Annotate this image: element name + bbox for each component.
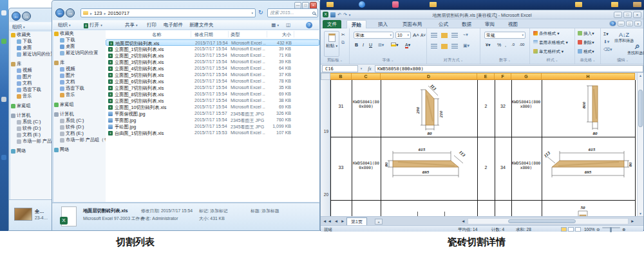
cut-icon[interactable]: ✂ bbox=[341, 32, 345, 37]
column-header-D[interactable]: D bbox=[381, 73, 477, 80]
spreadsheet-grid[interactable]: 19 20 31 KWD58041(800x800) bbox=[321, 80, 638, 216]
fx-icon[interactable]: fx bbox=[365, 66, 375, 72]
address-bar[interactable]: ▸ 123 ▸ 20150717 ▾ bbox=[80, 8, 256, 17]
scroll-up-icon[interactable]: ▲ bbox=[638, 74, 643, 77]
refresh-button[interactable]: ↻ bbox=[258, 9, 263, 15]
close-button[interactable]: × bbox=[633, 12, 641, 18]
column-divider[interactable] bbox=[228, 31, 229, 37]
forward-button[interactable]: → bbox=[66, 8, 75, 17]
sidebar-item[interactable]: 文档 bbox=[10, 80, 55, 86]
column-header-F[interactable]: F bbox=[495, 73, 511, 80]
cell-tile-code[interactable]: KWD58041(800x800) bbox=[511, 99, 541, 108]
sidebar-item[interactable]: 计算机 bbox=[53, 111, 106, 117]
doc-minimize-button[interactable]: — bbox=[618, 21, 625, 26]
fill-color-button[interactable]: ▾ bbox=[391, 43, 399, 48]
sidebar-item[interactable]: 系统 (C:) bbox=[10, 119, 55, 125]
sidebar-item[interactable]: 收藏夹 bbox=[53, 30, 106, 37]
paste-button[interactable]: 粘贴 ▾ bbox=[324, 31, 339, 57]
vertical-scrollbar[interactable]: ▲ ▼ bbox=[637, 73, 643, 216]
desktop-folder-icon[interactable] bbox=[633, 2, 641, 7]
sidebar-item[interactable]: 网络 bbox=[53, 146, 106, 153]
column-header-G[interactable]: G bbox=[511, 73, 542, 80]
file-row[interactable]: 立面图_10切割砖列表.xls 2015/7/17 15:54 Microsof… bbox=[106, 104, 319, 110]
desktop-icon[interactable] bbox=[1, 39, 6, 44]
borders-button[interactable]: ⊞▾ bbox=[378, 43, 384, 48]
conditional-formatting-button[interactable]: 条件格式 ▾ bbox=[533, 31, 560, 37]
sidebar-item[interactable]: 图片 bbox=[53, 72, 106, 79]
cell-qty[interactable]: 2 bbox=[477, 165, 495, 170]
horizontal-scrollbar[interactable] bbox=[468, 218, 629, 225]
search-icon[interactable] bbox=[312, 12, 316, 15]
organize-button[interactable]: 组织 ▾ bbox=[12, 24, 25, 30]
delete-cells-button[interactable]: 删除▾ bbox=[578, 40, 594, 46]
align-middle-icon[interactable] bbox=[441, 33, 449, 39]
scrollbar-thumb[interactable] bbox=[638, 90, 643, 127]
sidebar-item[interactable]: 下载 bbox=[10, 38, 55, 45]
align-bottom-icon[interactable] bbox=[451, 33, 459, 39]
sidebar-item[interactable]: 音乐 bbox=[53, 92, 106, 98]
formula-input[interactable]: KWB58058(800x800) bbox=[375, 65, 643, 72]
details-tags[interactable]: 标记: 添加标记 bbox=[199, 208, 228, 214]
sidebar-item[interactable]: 家庭组 bbox=[53, 101, 106, 108]
file-row[interactable]: 立面图_3切割砖列表.xls 2015/7/17 15:54 Microsoft… bbox=[106, 59, 319, 65]
sidebar-item[interactable]: 市场一部 产品组（专用） bbox=[10, 138, 55, 145]
desktop-icon[interactable] bbox=[1, 155, 6, 160]
column-header-type[interactable]: 类型 bbox=[231, 32, 240, 38]
tab-data[interactable]: 数据 bbox=[457, 20, 476, 28]
browser-icon[interactable] bbox=[359, 1, 365, 8]
print-button[interactable]: 打印 bbox=[147, 22, 156, 28]
file-row[interactable]: 立面图_7切割砖列表.xls 2015/7/17 15:54 Microsoft… bbox=[106, 85, 319, 91]
tab-view[interactable]: 视图 bbox=[504, 20, 522, 28]
sidebar-item[interactable]: 文档 (E:) bbox=[53, 130, 106, 137]
cell-qty[interactable]: 2 bbox=[477, 104, 495, 108]
italic-button[interactable]: I bbox=[363, 43, 364, 47]
column-header-B[interactable]: B bbox=[330, 73, 352, 80]
cell-tile-code[interactable]: KWD58041(800x800) bbox=[353, 161, 379, 170]
column-header-E[interactable]: E bbox=[477, 73, 495, 80]
insert-cells-button[interactable]: 插入▾ bbox=[578, 31, 594, 37]
cell-no[interactable]: 31 bbox=[330, 104, 352, 108]
clear-button[interactable]: ⌫▾ bbox=[603, 47, 612, 52]
preview-pane-button[interactable]: ◫ bbox=[286, 22, 290, 28]
cell-no[interactable]: 32 bbox=[495, 104, 511, 108]
sidebar-item[interactable]: 库 bbox=[10, 61, 55, 67]
align-right-icon[interactable] bbox=[451, 44, 459, 50]
font-name-select[interactable]: 宋体 ▾ bbox=[354, 32, 393, 39]
sidebar-item[interactable]: 计算机 bbox=[10, 112, 55, 119]
file-row[interactable]: 平面俯视图.jpg 2015/7/17 15:57 2345看图王 JPG ..… bbox=[106, 110, 319, 117]
column-header-C[interactable]: C bbox=[352, 73, 381, 80]
cell-no[interactable]: 33 bbox=[330, 165, 352, 170]
desktop-folder-icon[interactable] bbox=[327, 2, 334, 7]
sidebar-item[interactable]: 最近访问的位置 bbox=[53, 50, 106, 56]
align-top-icon[interactable] bbox=[431, 33, 439, 39]
sidebar-item[interactable]: 软件 (D:) bbox=[53, 124, 106, 130]
column-divider[interactable] bbox=[191, 31, 191, 37]
sidebar-item[interactable]: 家庭组 bbox=[10, 103, 55, 109]
sidebar-item[interactable]: 桌面 bbox=[53, 43, 106, 50]
autosum-button[interactable]: Σ▾ bbox=[603, 32, 609, 37]
share-button[interactable]: 共享 ▾ bbox=[125, 22, 138, 28]
file-row[interactable]: 立面图_8切割砖列表.xls 2015/7/17 15:54 Microsoft… bbox=[106, 91, 319, 97]
name-box[interactable]: C16 bbox=[322, 65, 358, 72]
sidebar-item[interactable]: 桌面 bbox=[10, 45, 55, 51]
name-box-dropdown-icon[interactable]: ▾ bbox=[358, 66, 365, 70]
sidebar-item[interactable]: 迅雷下载 bbox=[10, 86, 55, 93]
tab-formulas[interactable]: 公式 bbox=[434, 20, 453, 28]
details-title[interactable]: 标题: 添加标题 bbox=[251, 208, 279, 214]
desktop-folder-icon[interactable] bbox=[575, 2, 582, 7]
column-header-H[interactable]: H bbox=[542, 73, 635, 80]
sidebar-item[interactable]: 视频 bbox=[10, 67, 55, 74]
forward-button[interactable]: → bbox=[22, 12, 31, 21]
scrollbar-thumb[interactable] bbox=[508, 219, 576, 223]
file-row[interactable]: 立面图_1切割砖列表.xls 2015/7/17 15:54 Microsoft… bbox=[106, 46, 319, 52]
sidebar-item[interactable]: 收藏夹 bbox=[10, 32, 55, 38]
format-as-table-button[interactable]: 套用表格格式 ▾ bbox=[533, 40, 568, 46]
new-folder-button[interactable]: 新建文件夹 bbox=[189, 22, 214, 28]
align-left-icon[interactable] bbox=[431, 44, 439, 50]
sidebar-item[interactable]: 文档 (E:) bbox=[10, 132, 55, 138]
number-format-select[interactable]: 常规 ▾ bbox=[484, 32, 526, 39]
align-center-icon[interactable] bbox=[441, 44, 449, 50]
tab-review[interactable]: 审阅 bbox=[480, 20, 499, 28]
tab-page-layout[interactable]: 页面布局 bbox=[398, 20, 426, 28]
copy-icon[interactable]: ⧉ bbox=[341, 40, 345, 45]
